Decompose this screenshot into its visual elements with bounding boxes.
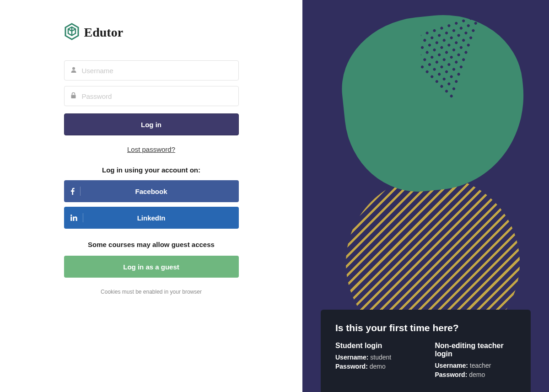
svg-point-48	[457, 72, 460, 76]
linkedin-icon	[70, 213, 83, 222]
svg-point-21	[449, 36, 453, 39]
teacher-password-row: Password: demo	[435, 371, 517, 378]
svg-point-32	[425, 31, 429, 35]
svg-point-24	[464, 50, 468, 54]
svg-point-29	[452, 48, 456, 52]
svg-point-23	[459, 46, 463, 49]
svg-point-19	[440, 26, 443, 30]
brand-name: Edutor	[84, 25, 124, 40]
svg-point-62	[421, 53, 422, 57]
svg-rect-1	[71, 95, 75, 99]
svg-point-11	[459, 26, 463, 30]
info-columns: Student login Username: student Password…	[335, 342, 516, 380]
svg-point-43	[432, 48, 436, 52]
linkedin-label: LinkedIn	[137, 214, 166, 222]
facebook-icon	[70, 187, 81, 196]
svg-point-30	[457, 53, 460, 57]
svg-point-63	[423, 58, 426, 61]
svg-point-7	[462, 19, 465, 22]
svg-point-10	[454, 21, 458, 25]
social-login-heading: Log in using your account on:	[64, 166, 239, 174]
svg-point-15	[452, 29, 456, 32]
svg-point-52	[425, 50, 429, 54]
hexagon-icon	[64, 23, 80, 42]
login-button[interactable]: Log in	[64, 113, 239, 135]
svg-point-47	[452, 67, 456, 71]
svg-point-20	[445, 31, 448, 35]
svg-point-26	[437, 33, 441, 37]
user-icon	[70, 67, 77, 75]
login-panel: Edutor Log in Lost password? Log in usin…	[0, 0, 302, 392]
brand-logo: Edutor	[64, 23, 239, 42]
info-card-title: Is this your first time here?	[335, 322, 516, 333]
svg-point-38	[454, 60, 458, 64]
username-input-group	[64, 60, 239, 81]
linkedin-login-button[interactable]: LinkedIn	[64, 207, 239, 229]
svg-point-6	[474, 21, 477, 25]
student-password-row: Password: demo	[335, 363, 417, 370]
svg-point-75	[421, 65, 424, 69]
password-input-group	[64, 86, 239, 106]
svg-point-8	[467, 24, 470, 27]
svg-point-22	[454, 41, 458, 44]
svg-point-78	[435, 80, 439, 83]
svg-point-64	[428, 63, 431, 66]
student-login-info: Student login Username: student Password…	[335, 342, 417, 380]
svg-point-5	[469, 16, 473, 20]
lock-icon	[70, 92, 76, 100]
guest-login-button[interactable]: Log in as a guest	[64, 256, 239, 278]
guest-access-note: Some courses may allow guest access	[64, 241, 239, 248]
teacher-username-row: Username: teacher	[435, 362, 517, 369]
svg-point-41	[423, 38, 426, 42]
svg-point-13	[469, 36, 473, 39]
svg-point-35	[440, 46, 443, 49]
svg-point-77	[430, 75, 434, 78]
cookies-note: Cookies must be enabled in your browser	[64, 289, 239, 295]
facebook-label: Facebook	[135, 188, 167, 195]
decorative-panel: Is this your first time here? Student lo…	[302, 0, 549, 392]
svg-point-67	[442, 77, 446, 81]
svg-point-40	[421, 33, 422, 37]
login-form-container: Edutor Log in Lost password? Log in usin…	[64, 0, 239, 295]
svg-point-42	[428, 43, 431, 47]
svg-point-65	[432, 67, 436, 71]
svg-point-55	[440, 65, 443, 69]
svg-point-79	[440, 85, 443, 88]
svg-point-57	[449, 75, 453, 78]
svg-point-39	[459, 65, 463, 69]
svg-point-46	[447, 63, 451, 66]
svg-point-68	[447, 82, 451, 86]
svg-point-66	[437, 72, 441, 76]
svg-point-37	[449, 55, 453, 59]
svg-rect-2	[70, 217, 72, 221]
svg-point-17	[462, 38, 465, 42]
svg-point-51	[421, 46, 424, 49]
student-login-title: Student login	[335, 342, 417, 350]
lost-password-link[interactable]: Lost password?	[64, 145, 239, 153]
facebook-login-button[interactable]: Facebook	[64, 180, 239, 202]
password-input[interactable]	[64, 86, 239, 106]
svg-point-12	[464, 31, 468, 35]
svg-point-81	[449, 94, 453, 98]
username-input[interactable]	[64, 60, 239, 81]
svg-point-36	[445, 50, 448, 54]
svg-point-28	[447, 43, 451, 47]
svg-point-9	[471, 29, 475, 32]
svg-point-33	[430, 36, 434, 39]
svg-point-18	[467, 43, 470, 47]
svg-point-80	[445, 89, 448, 93]
teacher-login-info: Non-editing teacher login Username: teac…	[435, 342, 517, 380]
svg-point-44	[437, 53, 441, 57]
svg-point-54	[435, 60, 439, 64]
svg-point-0	[72, 67, 75, 70]
svg-point-25	[432, 29, 436, 32]
svg-point-53	[430, 55, 434, 59]
svg-point-16	[457, 33, 460, 37]
svg-point-3	[70, 215, 72, 216]
svg-point-69	[452, 87, 456, 91]
svg-point-45	[442, 58, 446, 61]
svg-point-76	[425, 70, 429, 74]
svg-point-14	[447, 24, 451, 27]
svg-point-31	[462, 58, 465, 61]
teacher-login-title: Non-editing teacher login	[435, 342, 517, 358]
